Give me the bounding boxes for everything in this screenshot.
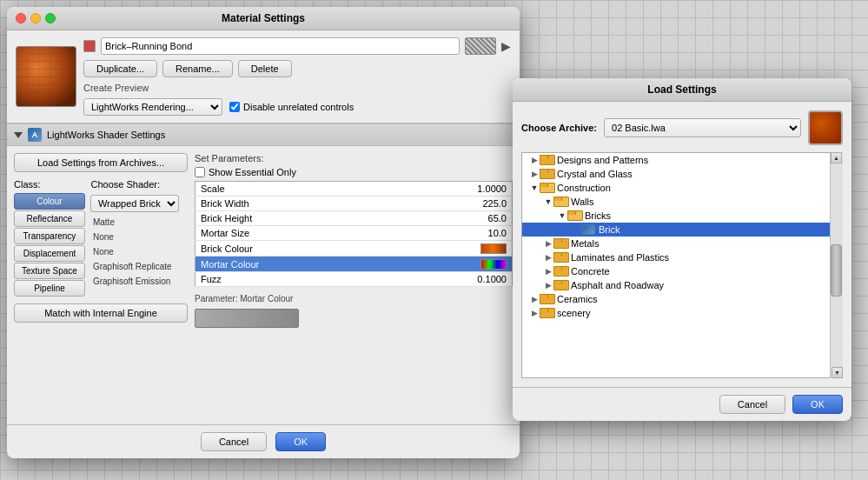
table-row-selected[interactable]: Mortar Colour [195,257,513,272]
match-internal-engine-button[interactable]: Match with Internal Engine [14,303,188,323]
list-item[interactable]: ▼ Bricks [522,209,842,223]
chevron-right-icon: ▶ [529,309,540,317]
folder-icon [540,155,553,165]
disable-unrelated-label: Disable unrelated controls [243,102,354,112]
folder-icon [553,238,567,249]
show-essential-label: Show Essential Only [209,167,296,177]
disable-unrelated-row: Disable unrelated controls [229,102,354,112]
tree-item-label: Walls [571,197,593,207]
load-dialog-titlebar: Load Settings [513,78,851,102]
tree-container[interactable]: ▶ Designs and Patterns ▶ Crystal and Gla… [521,152,843,378]
create-preview-label: Create Preview [83,83,149,93]
rename-button[interactable]: Rename... [162,60,233,77]
collapse-triangle-icon[interactable] [14,132,23,138]
param-name: Brick Colour [195,241,461,257]
table-row[interactable]: Scale 1.0000 [195,182,513,197]
tree-item-label: Laminates and Plastics [571,252,669,263]
scroll-up-button[interactable]: ▲ [831,152,842,163]
table-row[interactable]: Brick Colour [195,241,513,257]
folder-icon [553,197,567,207]
param-value: 0.1000 [461,272,513,287]
load-settings-dialog: Load Settings Choose Archive: 02 Basic.l… [513,78,851,421]
table-row[interactable]: Brick Height 65.0 [195,211,513,226]
param-value [461,257,513,272]
scroll-down-button[interactable]: ▼ [832,367,843,378]
delete-button[interactable]: Delete [238,60,292,77]
chevron-down-icon: ▼ [557,211,567,220]
load-cancel-button[interactable]: Cancel [719,395,785,414]
param-value: 65.0 [461,211,513,226]
chevron-right-icon: ▶ [529,295,540,303]
choose-archive-label: Choose Archive: [521,123,597,133]
class-displacement-button[interactable]: Displacement [14,245,85,262]
list-item[interactable]: ▶ Laminates and Plastics [522,250,842,264]
tree-item-label: Bricks [585,210,611,221]
list-item[interactable]: Brick [522,223,842,237]
shader-pipeline-val: Graphisoft Emission [90,275,188,288]
chevron-right-icon: ▶ [529,156,540,164]
chevron-right-icon: ▶ [543,239,553,248]
shader-texture-space-val: Graphisoft Replicate [90,260,188,273]
list-item[interactable]: ▼ Walls [522,195,842,209]
rendering-select[interactable]: LightWorks Rendering... [83,98,222,116]
param-name: Brick Width [195,197,461,211]
list-item[interactable]: ▶ Concrete [522,264,842,278]
maximize-button[interactable] [45,13,56,23]
material-preview [16,46,76,107]
shader-displacement-val: None [90,245,188,258]
disable-unrelated-checkbox[interactable] [229,102,240,112]
preview-sphere [17,47,76,107]
folder-icon [540,183,553,193]
material-controls: Brick–Running Bond ▶ Duplicate... Rename… [83,37,511,116]
scrollbar-thumb[interactable] [831,244,842,297]
class-transparency-button[interactable]: Transparency [14,228,85,244]
table-row[interactable]: Brick Width 225.0 [195,197,513,211]
minimize-button[interactable] [30,13,41,23]
material-name-input[interactable]: Brick–Running Bond [101,37,460,55]
shader-reflectance-val: Matte [90,216,188,229]
left-panel: Load Settings from Archives... Class: Ch… [14,153,188,417]
class-texture-space-button[interactable]: Texture Space [14,263,85,279]
list-item[interactable]: ▶ scenery [522,306,842,320]
material-color-icon [83,40,96,52]
color-picker[interactable] [195,309,299,328]
archive-select[interactable]: 02 Basic.lwa [604,118,801,137]
table-row[interactable]: Mortar Size 10.0 [195,226,513,241]
duplicate-button[interactable]: Duplicate... [83,60,157,77]
material-cancel-button[interactable]: Cancel [201,432,267,451]
class-reflectance-button[interactable]: Reflectance [14,210,85,227]
tree-item-label: Ceramics [557,294,597,304]
lightworks-header: A LightWorks Shader Settings [7,123,520,146]
chevron-down-icon: ▼ [543,197,553,206]
list-item[interactable]: ▶ Designs and Patterns [522,153,842,167]
folder-icon [540,294,553,304]
tree-wrapper: ▶ Designs and Patterns ▶ Crystal and Gla… [521,152,843,378]
folder-icon [553,252,567,263]
list-item[interactable]: ▶ Crystal and Glass [522,167,842,181]
folder-icon [540,308,553,318]
class-pipeline-button[interactable]: Pipeline [14,280,85,297]
table-row[interactable]: Fuzz 0.1000 [195,272,513,287]
list-item[interactable]: ▶ Asphalt and Roadway [522,278,842,292]
load-dialog-title: Load Settings [647,83,716,96]
show-essential-checkbox[interactable] [195,167,205,177]
list-item[interactable]: ▶ Ceramics [522,292,842,306]
archive-preview-sphere [808,110,843,145]
param-name: Fuzz [195,272,461,287]
brick-colour-swatch [480,243,507,254]
class-shader-header: Class: Choose Shader: [14,179,188,190]
load-ok-button[interactable]: OK [792,395,843,414]
list-item[interactable]: ▶ Metals [522,237,842,250]
tree-item-label: Metals [571,238,599,249]
load-settings-button[interactable]: Load Settings from Archives... [14,153,188,172]
tree-item-label: Construction [557,183,611,193]
close-button[interactable] [16,13,26,23]
folder-icon [567,210,581,221]
shader-colour-select[interactable]: Wrapped Brick [90,195,179,212]
list-item[interactable]: ▼ Construction [522,181,842,195]
material-ok-button[interactable]: OK [275,432,326,451]
tree-item-label: Designs and Patterns [557,155,648,165]
choose-archive-row: Choose Archive: 02 Basic.lwa [521,110,843,145]
lightworks-body: Load Settings from Archives... Class: Ch… [7,146,520,424]
class-colour-button[interactable]: Colour [14,193,85,210]
